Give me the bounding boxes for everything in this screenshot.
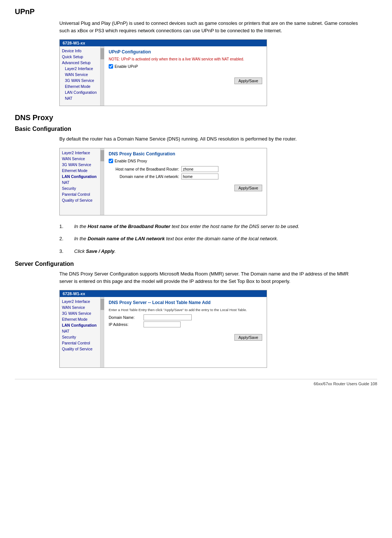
dns-domain-name-row: Domain Name:	[109, 314, 262, 320]
upnp-description: Universal Plug and Play (UPnP) is used t…	[59, 20, 362, 34]
dns-enable-label: Enable DNS Proxy	[115, 159, 147, 163]
dns-ip-input[interactable]	[144, 321, 181, 327]
server-config-section: Server Configuration The DNS Proxy Serve…	[15, 261, 377, 368]
basic-config-section: Basic Configuration By default the route…	[15, 126, 377, 255]
dns-proxy-title: DNS Proxy	[15, 113, 377, 122]
dns-server-apply-button[interactable]: Apply/Save	[234, 334, 262, 341]
upnp-section: UPnP Universal Plug and Play (UPnP) is u…	[15, 7, 377, 106]
dns-ip-row: IP Address:	[109, 321, 262, 327]
dns-server-titlebar: 6728-W1-xx	[60, 290, 267, 297]
sidebar-item-3gwan[interactable]: 3G WAN Service	[60, 77, 104, 83]
dns-sidebar-3gwan[interactable]: 3G WAN Service	[60, 162, 104, 168]
server-config-title: Server Configuration	[15, 261, 377, 267]
sidebar-item-advanced-setup[interactable]: Advanced Setup	[60, 60, 104, 66]
upnp-title: UPnP	[15, 7, 377, 16]
dns-hostname-label: Host name of the Broadband Router:	[109, 167, 179, 171]
step-1: 1. In the Host name of the Broadband Rou…	[59, 223, 362, 230]
dns-domain-label: Domain name of the LAN network:	[109, 174, 179, 179]
upnp-content-area: UPnP Configuration NOTE: UPnP is activat…	[104, 46, 267, 106]
dns-sidebar-nat[interactable]: NAT	[60, 179, 104, 185]
dns-srv-sidebar-wan[interactable]: WAN Service	[60, 304, 104, 310]
footer-text: 66xx/67xx Router Users Guide 108	[314, 382, 377, 386]
upnp-enable-checkbox[interactable]	[109, 64, 113, 69]
dns-enable-checkbox-row: Enable DNS Proxy	[109, 159, 262, 163]
upnp-router-ui: 6728-W1-xx Device Info Quick Setup Advan…	[59, 39, 267, 106]
dns-srv-sidebar-qos[interactable]: Quality of Service	[60, 346, 104, 352]
dns-srv-sidebar-lan[interactable]: LAN Configuration	[60, 322, 104, 328]
upnp-content-title: UPnP Configuration	[109, 49, 262, 55]
dns-srv-sidebar-3gwan[interactable]: 3G WAN Service	[60, 310, 104, 316]
step-3-text: Click Save / Apply.	[74, 248, 362, 255]
upnp-sidebar: Device Info Quick Setup Advanced Setup L…	[60, 46, 104, 106]
dns-basic-content: DNS Proxy Basic Configuration Enable DNS…	[104, 148, 267, 215]
sidebar-item-device-info[interactable]: Device Info	[60, 48, 104, 54]
dns-server-router-ui: 6728-W1-xx Layer2 Interface WAN Service …	[59, 290, 267, 368]
dns-domain-name-input[interactable]	[144, 314, 192, 320]
server-config-description: The DNS Proxy Server Configuration suppo…	[59, 270, 362, 285]
dns-basic-router-ui: Layer2 Interface WAN Service 3G WAN Serv…	[59, 148, 267, 215]
dns-enable-checkbox[interactable]	[109, 159, 113, 163]
dns-hostname-row: Host name of the Broadband Router:	[109, 166, 262, 172]
dns-proxy-section: DNS Proxy Basic Configuration By default…	[15, 113, 377, 368]
basic-config-description: By default the router has a Domain Name …	[59, 135, 362, 143]
dns-domain-row: Domain name of the LAN network:	[109, 174, 262, 179]
dns-hostname-input[interactable]	[181, 166, 218, 172]
upnp-apply-button[interactable]: Apply/Save	[234, 77, 262, 84]
dns-srv-sidebar-parental[interactable]: Parental Control	[60, 340, 104, 346]
sidebar-item-layer2[interactable]: Layer2 Interface	[60, 66, 104, 72]
dns-sidebar-wan[interactable]: WAN Service	[60, 156, 104, 162]
dns-basic-sidebar: Layer2 Interface WAN Service 3G WAN Serv…	[60, 148, 104, 215]
dns-server-sidebar: Layer2 Interface WAN Service 3G WAN Serv…	[60, 297, 104, 367]
dns-srv-sidebar-nat[interactable]: NAT	[60, 328, 104, 334]
step-3: 3. Click Save / Apply.	[59, 248, 362, 255]
dns-domain-name-label: Domain Name:	[109, 315, 142, 320]
step-1-num: 1.	[59, 223, 70, 230]
step-2: 2. In the Domain name of the LAN network…	[59, 235, 362, 242]
step-2-num: 2.	[59, 235, 70, 242]
step-1-text: In the Host name of the Broadband Router…	[74, 223, 362, 230]
dns-sidebar-ethernet[interactable]: Ethernet Mode	[60, 168, 104, 174]
dns-server-content: DNS Proxy Server -- Local Host Table Nam…	[104, 297, 267, 367]
upnp-note: NOTE: UPnP is activated only when there …	[109, 57, 262, 62]
dns-sidebar-qos[interactable]: Quality of Service	[60, 197, 104, 203]
upnp-checkbox-row: Enable UPnP	[109, 64, 262, 69]
dns-srv-sidebar-layer2[interactable]: Layer2 Interface	[60, 298, 104, 304]
basic-config-title: Basic Configuration	[15, 126, 377, 132]
basic-config-steps: 1. In the Host name of the Broadband Rou…	[59, 223, 362, 255]
sidebar-item-quick-setup[interactable]: Quick Setup	[60, 54, 104, 60]
sidebar-item-lan[interactable]: LAN Configuration	[60, 89, 104, 95]
upnp-checkbox-label: Enable UPnP	[115, 64, 138, 69]
dns-sidebar-parental[interactable]: Parental Control	[60, 191, 104, 197]
page-footer: 66xx/67xx Router Users Guide 108	[15, 379, 377, 386]
dns-basic-apply-button[interactable]: Apply/Save	[234, 185, 262, 191]
dns-server-note: Enter a Host Table Entry then click "App…	[109, 307, 262, 312]
dns-basic-content-title: DNS Proxy Basic Configuration	[109, 151, 262, 156]
dns-sidebar-layer2[interactable]: Layer2 Interface	[60, 150, 104, 156]
step-2-text: In the Domain name of the LAN network te…	[74, 235, 362, 242]
dns-domain-input[interactable]	[181, 174, 218, 179]
dns-srv-sidebar-security[interactable]: Security	[60, 334, 104, 340]
sidebar-item-ethernet[interactable]: Ethernet Mode	[60, 83, 104, 89]
dns-ip-label: IP Address:	[109, 322, 142, 327]
dns-server-content-title: DNS Proxy Server -- Local Host Table Nam…	[109, 300, 262, 305]
upnp-router-titlebar: 6728-W1-xx	[60, 40, 267, 46]
step-3-num: 3.	[59, 248, 70, 255]
sidebar-item-nat[interactable]: NAT	[60, 95, 104, 101]
dns-sidebar-lan[interactable]: LAN Configuration	[60, 174, 104, 179]
dns-srv-sidebar-ethernet[interactable]: Ethernet Mode	[60, 316, 104, 322]
dns-sidebar-security[interactable]: Security	[60, 185, 104, 191]
sidebar-item-wan[interactable]: WAN Service	[60, 72, 104, 77]
